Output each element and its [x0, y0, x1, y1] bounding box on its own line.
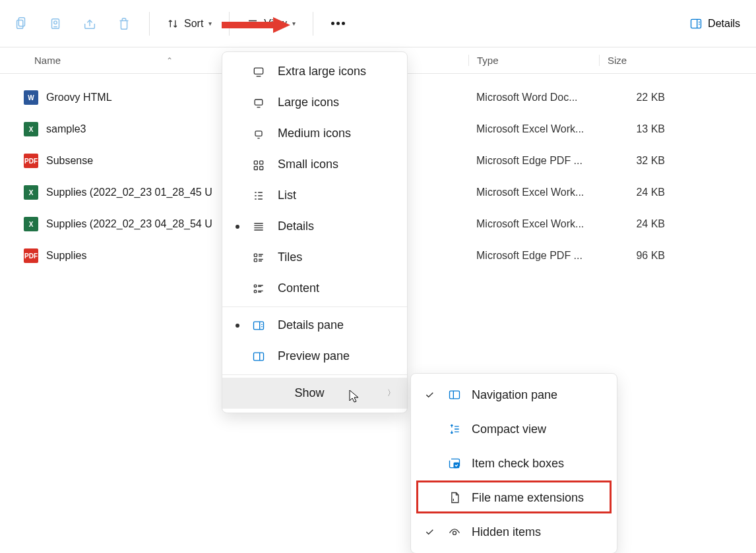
menu-label: Extra large icons	[278, 65, 396, 78]
toolbar: Sort ▾ View ▾ Details	[0, 0, 756, 47]
excel-file-icon: X	[24, 217, 38, 231]
file-name-text: Supplies (2022_02_23 01_28_45 U	[46, 187, 212, 198]
menu-separator	[222, 306, 407, 307]
menu-label: Details pane	[278, 318, 396, 332]
show-submenu: Navigation pane Compact view Item check …	[410, 373, 617, 553]
file-name-text: Subsense	[46, 155, 93, 167]
svg-rect-4	[691, 19, 701, 28]
check-icon	[422, 390, 437, 400]
details-pane-button[interactable]: Details	[679, 8, 751, 40]
menu-label: Tiles	[278, 250, 396, 264]
cut-icon	[14, 16, 28, 31]
file-size-cell: 96 KB	[599, 250, 691, 262]
file-name-extensions-icon	[447, 490, 462, 506]
svg-rect-12	[254, 254, 257, 256]
file-name-text: sample3	[46, 123, 86, 135]
submenu-label: Item check boxes	[472, 457, 564, 471]
list-icon	[251, 189, 266, 203]
file-name-text: Supplies (2022_02_23 04_28_54 U	[46, 218, 212, 230]
pdf-file-icon: PDF	[24, 248, 38, 263]
chevron-down-icon: ▾	[208, 20, 212, 27]
svg-rect-16	[254, 322, 264, 330]
small-icons-icon	[251, 158, 266, 172]
svg-rect-1	[17, 20, 23, 28]
menu-item-medium-icons[interactable]: Medium icons	[222, 118, 407, 149]
submenu-item-file-name-extensions[interactable]: File name extensions	[411, 480, 617, 515]
preview-pane-icon	[251, 349, 266, 364]
file-name-text: Supplies	[46, 250, 86, 262]
svg-rect-0	[18, 17, 24, 26]
file-type-cell: Microsoft Edge PDF ...	[468, 155, 599, 167]
menu-label: Small icons	[278, 158, 396, 171]
dot-icon	[331, 22, 334, 25]
share-button[interactable]	[74, 8, 106, 40]
menu-item-extra-large-icons[interactable]: Extra large icons	[222, 56, 407, 87]
file-type-cell: Microsoft Word Doc...	[468, 92, 599, 103]
dot-icon	[336, 22, 340, 25]
menu-item-show[interactable]: Show 〉	[222, 378, 407, 409]
word-file-icon: W	[24, 90, 38, 105]
sort-icon	[167, 18, 179, 30]
svg-rect-14	[254, 285, 256, 287]
more-button[interactable]	[323, 8, 354, 40]
svg-rect-6	[255, 100, 263, 105]
svg-rect-13	[254, 258, 257, 261]
delete-icon	[117, 16, 131, 31]
file-size-cell: 24 KB	[599, 187, 691, 198]
file-type-cell: Microsoft Excel Work...	[468, 123, 599, 135]
chevron-right-icon: 〉	[387, 388, 395, 399]
file-size-cell: 22 KB	[599, 92, 691, 103]
submenu-item-hidden-items[interactable]: Hidden items	[411, 515, 617, 549]
sort-button[interactable]: Sort ▾	[159, 8, 220, 40]
sort-label: Sort	[184, 18, 203, 30]
menu-item-large-icons[interactable]: Large icons	[222, 87, 407, 118]
menu-item-list[interactable]: List	[222, 180, 407, 211]
submenu-item-compact-view[interactable]: Compact view	[411, 412, 617, 446]
compact-view-icon	[447, 421, 462, 437]
svg-rect-17	[254, 353, 264, 361]
active-indicator-icon	[236, 225, 239, 229]
svg-rect-11	[260, 166, 263, 169]
copy-icon	[48, 16, 63, 31]
svg-point-3	[54, 20, 57, 24]
svg-rect-9	[260, 161, 263, 164]
active-indicator-icon	[236, 324, 239, 328]
file-type-cell: Microsoft Excel Work...	[468, 187, 599, 198]
svg-point-20	[453, 531, 457, 535]
submenu-item-item-check-boxes[interactable]: Item check boxes	[411, 446, 617, 480]
sort-indicator-icon: ⌃	[166, 56, 173, 65]
submenu-item-navigation-pane[interactable]: Navigation pane	[411, 378, 617, 412]
svg-rect-10	[254, 166, 257, 169]
file-type-cell: Microsoft Edge PDF ...	[468, 250, 599, 262]
column-header-size[interactable]: Size	[599, 55, 691, 66]
menu-item-content[interactable]: Content	[222, 273, 407, 304]
submenu-label: Navigation pane	[472, 388, 557, 402]
column-label: Name	[34, 55, 61, 66]
excel-file-icon: X	[24, 122, 38, 136]
column-header-type[interactable]: Type	[468, 55, 599, 66]
view-menu: Extra large icons Large icons Medium ico…	[222, 51, 408, 413]
details-pane-label: Details	[708, 18, 740, 30]
submenu-label: Hidden items	[472, 525, 541, 539]
copy-button[interactable]	[40, 8, 71, 40]
file-size-cell: 32 KB	[599, 155, 691, 167]
file-type-cell: Microsoft Excel Work...	[468, 218, 599, 230]
svg-rect-15	[254, 290, 256, 292]
delete-button[interactable]	[108, 8, 140, 40]
menu-item-preview-pane[interactable]: Preview pane	[222, 341, 407, 372]
menu-item-tiles[interactable]: Tiles	[222, 242, 407, 273]
menu-item-details-pane[interactable]: Details pane	[222, 310, 407, 341]
menu-label: Large icons	[278, 96, 396, 109]
menu-item-details[interactable]: Details	[222, 211, 407, 242]
share-icon	[82, 16, 97, 31]
details-pane-icon	[689, 17, 703, 30]
cut-button[interactable]	[5, 8, 37, 40]
dot-icon	[342, 22, 345, 25]
item-check-boxes-icon	[447, 455, 462, 471]
column-label: Size	[608, 55, 627, 66]
menu-item-small-icons[interactable]: Small icons	[222, 149, 407, 180]
menu-separator	[222, 374, 407, 375]
submenu-label: Compact view	[472, 422, 546, 436]
file-size-cell: 13 KB	[599, 123, 691, 135]
content-icon	[251, 281, 266, 296]
